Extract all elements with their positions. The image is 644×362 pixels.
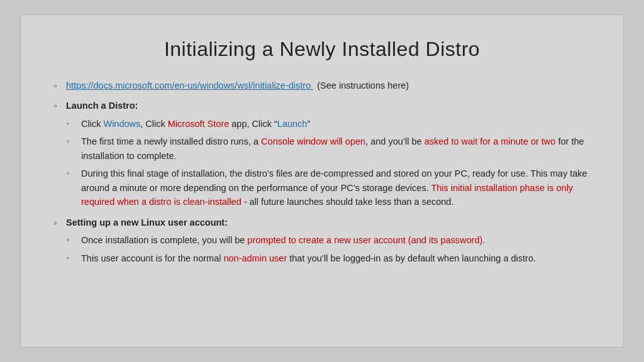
console-window-text: Console window will open [261,136,365,146]
setting-up-sublist: Once installation is complete, you will … [66,233,591,265]
asked-to-wait-text: asked to wait for a minute or two [425,136,556,146]
microsoft-store-text: Microsoft Store [168,119,230,129]
list-item-link: https://docs.microsoft.com/en-us/windows… [53,79,591,92]
slide: Initializing a Newly Installed Distro ht… [20,14,624,348]
docs-link[interactable]: https://docs.microsoft.com/en-us/windows… [66,80,313,90]
main-list: https://docs.microsoft.com/en-us/windows… [53,79,591,265]
launch-distro-sublist: Click Windows, Click Microsoft Store app… [66,117,591,209]
setting-up-label: Setting up a new Linux user account: [66,217,228,228]
launch-distro-label: Launch a Distro: [66,101,138,111]
launch-text: Launch [277,119,308,129]
windows-text: Windows [103,119,140,129]
slide-content: https://docs.microsoft.com/en-us/windows… [53,79,591,265]
list-item-setting-up: Setting up a new Linux user account: Onc… [53,216,591,265]
see-instructions-text: (See instructions here) [317,80,409,90]
prompted-text: prompted to create a new user account (a… [247,235,485,245]
list-item-prompted: Once installation is complete, you will … [66,233,591,247]
list-item-user-account: This user account is for the normal non-… [66,251,591,265]
non-admin-text: non-admin user [223,253,287,263]
slide-title: Initializing a Newly Installed Distro [53,38,591,61]
list-item-final-stage: During this final stage of installation,… [66,167,591,209]
list-item-launch-distro: Launch a Distro: Click Windows, Click Mi… [53,99,591,209]
list-item-console-window: The first time a newly installed distro … [66,134,591,163]
list-item-click-windows: Click Windows, Click Microsoft Store app… [66,117,591,131]
